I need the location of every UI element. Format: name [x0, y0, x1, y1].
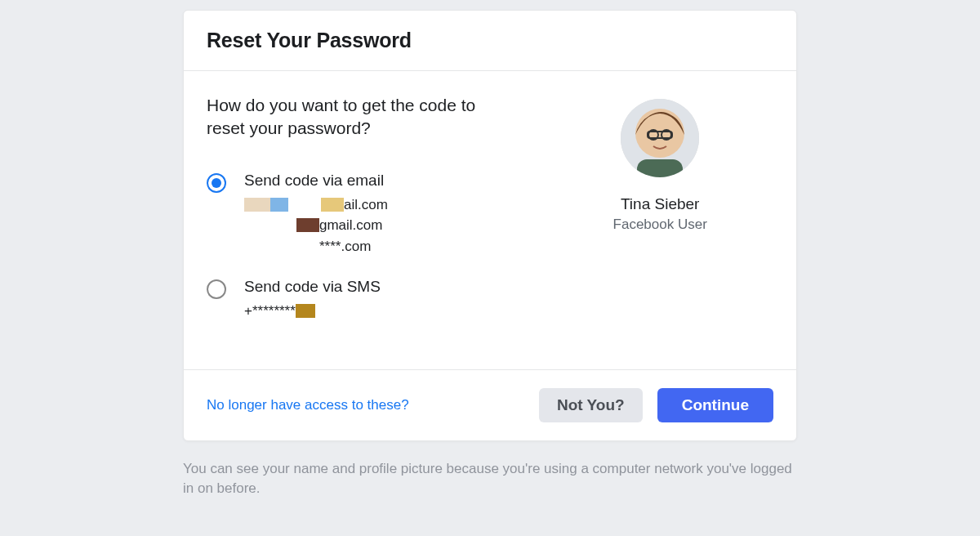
network-hint-text: You can see your name and profile pictur… — [183, 459, 797, 499]
not-you-button[interactable]: Not You? — [539, 388, 643, 422]
redaction-block — [321, 198, 344, 212]
option-sms-label: Send code via SMS — [244, 278, 381, 296]
page-title: Reset Your Password — [207, 29, 773, 52]
sms-line: +******** — [244, 301, 381, 322]
avatar-icon — [621, 99, 699, 177]
button-row: Not You? Continue — [539, 388, 773, 422]
radio-email[interactable] — [207, 173, 226, 193]
option-sms-content: Send code via SMS +******** — [244, 278, 381, 322]
option-sms[interactable]: Send code via SMS +******** — [207, 278, 546, 322]
radio-sms[interactable] — [207, 279, 226, 299]
card-footer: No longer have access to these? Not You?… — [184, 369, 796, 440]
option-email-content: Send code via email ail.com — [244, 172, 388, 257]
sms-masked-prefix: +******** — [244, 301, 296, 322]
card-body: How do you want to get the code to reset… — [184, 71, 796, 369]
email-line-2: gmail.com — [244, 215, 388, 236]
email-line-3: ****.com — [244, 236, 388, 257]
email-masked-3: ****.com — [319, 236, 371, 257]
email-suffix-1: ail.com — [344, 194, 388, 216]
user-column: Tina Sieber Facebook User — [546, 94, 773, 343]
redaction-block — [270, 198, 288, 212]
email-suffix-2: gmail.com — [319, 215, 382, 236]
options-list: Send code via email ail.com — [207, 172, 546, 322]
reset-password-card: Reset Your Password How do you want to g… — [183, 10, 797, 441]
no-access-link[interactable]: No longer have access to these? — [207, 397, 409, 413]
option-email-label: Send code via email — [244, 172, 388, 190]
user-name: Tina Sieber — [621, 195, 699, 213]
option-sms-number: +******** — [244, 301, 381, 322]
avatar — [621, 99, 699, 177]
card-header: Reset Your Password — [184, 11, 796, 71]
svg-point-1 — [635, 109, 684, 158]
option-email[interactable]: Send code via email ail.com — [207, 172, 546, 257]
user-role: Facebook User — [613, 217, 707, 233]
prompt-text: How do you want to get the code to reset… — [207, 94, 517, 141]
redaction-block — [244, 198, 270, 212]
options-column: How do you want to get the code to reset… — [207, 94, 546, 343]
radio-dot-icon — [212, 178, 221, 188]
redaction-block — [296, 218, 319, 232]
continue-button[interactable]: Continue — [657, 388, 773, 422]
email-line-1: ail.com — [244, 194, 388, 216]
redaction-block — [296, 304, 315, 318]
option-email-addresses: ail.com gmail.com ****.com — [244, 194, 388, 257]
svg-rect-6 — [637, 159, 683, 177]
